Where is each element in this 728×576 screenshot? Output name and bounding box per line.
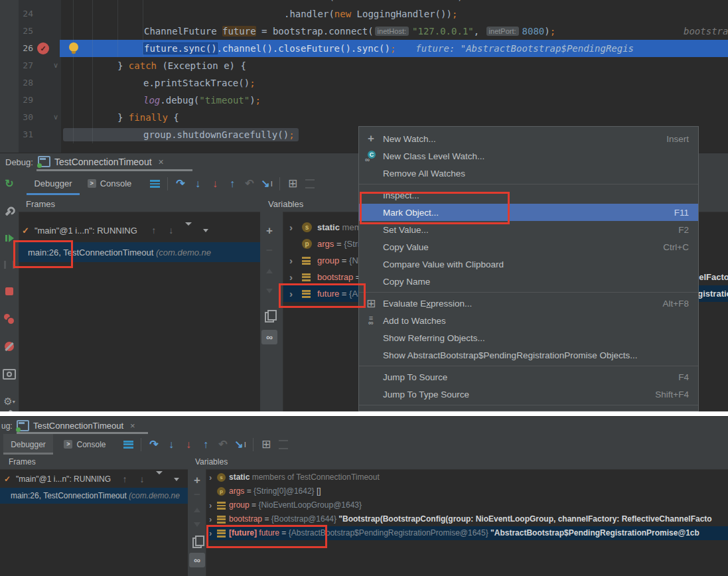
- code-token: ): [250, 95, 255, 106]
- menu-item-show-abstractbootstrap-pendingregistrationpromise-objects[interactable]: Show AbstractBootstrap$PendingRegistrati…: [359, 346, 698, 364]
- code-token: ;: [289, 129, 294, 140]
- stack-frame-row-b[interactable]: main:26, TestConnectionTimeout (com.demo…: [0, 488, 198, 504]
- menu-item-show-referring-objects[interactable]: Show Referring Objects...: [359, 329, 698, 346]
- stop-program-icon[interactable]: [1, 283, 17, 299]
- menu-item-remove-all-watches[interactable]: Remove All Watches: [359, 165, 698, 182]
- filter-frames-icon[interactable]: [180, 225, 197, 236]
- move-watch-down-icon: [261, 283, 277, 298]
- force-step-into-icon[interactable]: ↓: [180, 437, 197, 453]
- show-watches-icon[interactable]: ∞: [261, 330, 277, 344]
- run-tab-b[interactable]: TestConnectionTimeout ×: [17, 420, 135, 431]
- variable-row[interactable]: ›group = {NioEventLoopGroup@1643}: [206, 498, 728, 512]
- menu-item-evaluate-expression[interactable]: ⊞Evaluate Expression...Alt+F8: [359, 295, 698, 312]
- code-line-29[interactable]: 29log.debug("timeout");: [0, 92, 728, 109]
- fold-marker-icon[interactable]: ∨: [53, 57, 58, 74]
- menu-item-copy-value[interactable]: Copy ValueCtrl+C: [359, 238, 698, 255]
- menu-item-jump-to-type-source[interactable]: Jump To Type SourceShift+F4: [359, 386, 698, 403]
- thread-dump-icon[interactable]: [1, 366, 17, 382]
- tab-console-b[interactable]: > Console: [58, 434, 111, 455]
- tab-debugger[interactable]: Debugger: [25, 171, 81, 196]
- step-over-icon[interactable]: ↷: [172, 176, 189, 192]
- new-watch-icon[interactable]: +: [189, 473, 205, 488]
- filter-frames-icon[interactable]: [151, 474, 168, 484]
- show-watches-icon[interactable]: ∞: [189, 553, 205, 567]
- annotation-frame-main26: [13, 240, 73, 268]
- force-step-into-icon[interactable]: ↓: [206, 176, 224, 192]
- menu-item-copy-name[interactable]: Copy Name: [359, 273, 698, 290]
- console-icon: >: [88, 179, 96, 188]
- chevron-right-icon[interactable]: ›: [209, 512, 212, 526]
- code-line-28[interactable]: 28e.printStackTrace();: [0, 74, 728, 92]
- evaluate-expression-icon[interactable]: ⊞: [284, 176, 301, 192]
- next-frame-icon[interactable]: ↓: [163, 225, 180, 236]
- code-line-24[interactable]: 24.handler(new LoggingHandler());: [0, 5, 728, 23]
- thread-selector[interactable]: ✓ "main"@1 i...n": RUNNING ↑↓: [22, 222, 257, 239]
- thread-selector-dropdown-icon[interactable]: [168, 474, 185, 484]
- threads-view-icon[interactable]: [119, 437, 137, 453]
- menu-item-compare-value-with-clipboard[interactable]: Compare Value with Clipboard: [359, 255, 698, 273]
- step-out-icon[interactable]: ↑: [197, 437, 214, 453]
- rerun-icon[interactable]: ↻: [1, 175, 17, 191]
- thread-selector-dropdown-icon[interactable]: [197, 225, 214, 236]
- tab-console[interactable]: > Console: [81, 171, 138, 196]
- code-token: ;: [452, 9, 457, 19]
- intention-bulb-icon[interactable]: [69, 42, 78, 52]
- remove-watch-icon: −: [261, 244, 277, 258]
- next-frame-icon[interactable]: ↓: [133, 474, 151, 484]
- step-out-icon[interactable]: ↑: [224, 176, 241, 192]
- chevron-right-icon[interactable]: ›: [209, 470, 212, 484]
- code-token: .debug(: [160, 95, 199, 106]
- previous-frame-icon[interactable]: ↑: [116, 474, 133, 484]
- mute-breakpoints-icon[interactable]: [1, 338, 17, 354]
- code-text: .channel(NioSocketChannel.class): [284, 0, 463, 5]
- variable-row[interactable]: ›sstatic members of TestConnectionTimeou…: [206, 470, 728, 484]
- code-token: inetPort:: [486, 27, 519, 36]
- menu-item-label: Set Value...: [383, 225, 665, 235]
- code-line-30[interactable]: 30∨} finally {: [0, 109, 728, 126]
- threads-view-icon[interactable]: [146, 176, 163, 192]
- modify-run-configuration-icon[interactable]: [1, 204, 17, 220]
- calc-icon: ⊞: [364, 297, 378, 310]
- watches-rail-bottom: +−∞: [188, 469, 206, 576]
- run-to-cursor-icon[interactable]: ↘I: [232, 437, 249, 453]
- copy-value-icon[interactable]: [189, 536, 205, 550]
- menu-item-new-class-level-watch[interactable]: C∞New Class Level Watch...: [359, 147, 698, 165]
- thread-selector-b[interactable]: ✓ "main"@1 i...n": RUNNING ↑↓: [4, 472, 186, 486]
- code-line-26[interactable]: 26✓future.sync().channel().closeFuture()…: [0, 40, 728, 57]
- close-tab-icon[interactable]: ×: [159, 157, 164, 167]
- code-line-23[interactable]: 23.channel(NioSocketChannel.class): [0, 0, 728, 5]
- step-into-icon[interactable]: ↓: [189, 176, 206, 192]
- run-tab[interactable]: TestConnectionTimeout ×: [38, 156, 164, 167]
- variable-row[interactable]: ›bootstrap = {Bootstrap@1644} "Bootstrap…: [206, 512, 728, 526]
- toolbar-separator: [167, 177, 168, 190]
- breakpoint-icon[interactable]: ✓: [37, 42, 49, 54]
- fold-marker-icon[interactable]: ∨: [53, 109, 58, 126]
- menu-shortcut: Shift+F4: [655, 390, 689, 399]
- variable-text: static members of TestConnectionTimeout: [229, 470, 380, 484]
- tab-debugger-b[interactable]: Debugger: [3, 434, 53, 455]
- menu-item-label: Show Referring Objects...: [383, 333, 689, 343]
- code-line-27[interactable]: 27∨} catch (Exception e) {: [0, 57, 728, 74]
- view-breakpoints-icon[interactable]: [1, 311, 17, 327]
- chevron-right-icon[interactable]: ›: [289, 219, 293, 236]
- variables-header-label: Variables: [268, 199, 303, 209]
- menu-item-new-watch[interactable]: +New Watch...Insert: [359, 130, 698, 147]
- code-token: class: [429, 0, 457, 2]
- chevron-right-icon[interactable]: ›: [289, 252, 293, 269]
- close-tab-icon[interactable]: ×: [130, 421, 135, 431]
- new-watch-icon[interactable]: +: [261, 224, 277, 238]
- menu-item-add-to-watches[interactable]: ≡∞Add to Watches: [359, 312, 698, 329]
- menu-item-jump-to-source[interactable]: Jump To SourceF4: [359, 368, 698, 386]
- step-into-icon[interactable]: ↓: [163, 437, 180, 453]
- chevron-right-icon[interactable]: ›: [209, 498, 212, 512]
- step-over-icon[interactable]: ↷: [145, 437, 163, 453]
- code-line-25[interactable]: 25ChannelFuture future = bootstrap.conne…: [0, 23, 728, 40]
- run-to-cursor-icon[interactable]: ↘I: [258, 176, 275, 192]
- code-token: log: [143, 95, 160, 106]
- variables-header-label: Variables: [195, 457, 228, 467]
- variable-token: "AbstractBootstrap$PendingRegistrationPr…: [490, 528, 699, 538]
- variable-row[interactable]: pargs = {String[0]@1642} []: [206, 484, 728, 498]
- previous-frame-icon[interactable]: ↑: [145, 225, 163, 236]
- evaluate-expression-icon[interactable]: ⊞: [257, 437, 275, 453]
- copy-value-icon[interactable]: [261, 310, 277, 324]
